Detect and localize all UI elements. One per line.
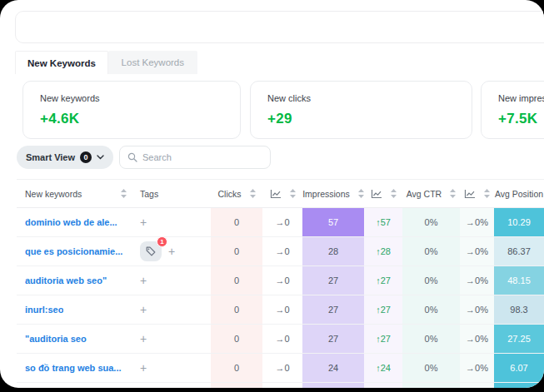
cell-ctr-trend [460,383,494,388]
cell-ctr-trend: →0% [460,208,494,236]
cell-clicks: 0 [211,208,262,236]
cell-ctr-trend: →0% [460,295,494,324]
stat-label: New impressions [498,93,544,103]
cell-impressions: 27 [302,266,364,295]
cell-avg-position: 6.07 [494,354,544,382]
smart-view-count-badge: 0 [80,151,92,163]
stat-value: +29 [267,111,455,127]
cell-clicks-trend: →0 [262,266,302,295]
top-toolbar [15,11,544,43]
sort-icon[interactable] [290,189,296,198]
add-tag-button[interactable]: + [140,333,147,345]
cell-ctr-trend: →0% [460,325,494,353]
dashboard-card: New Keywords Lost Keywords New keywords … [0,0,544,388]
keyword-link[interactable]: dominio web de ale... [25,217,117,227]
search-icon [127,152,137,162]
cell-avg-position: 98.3 [494,295,544,324]
cell-avg-ctr: 0% [402,325,460,353]
table-header-row: New keywords Tags Clicks [17,179,544,208]
sort-icon[interactable] [450,189,456,198]
add-tag-button[interactable]: + [140,304,147,315]
cell-avg-ctr: 0% [402,266,460,295]
cell-clicks: 0 [211,295,262,324]
tab-lost-keywords[interactable]: Lost Keywords [108,51,197,74]
cell-impressions [302,383,364,388]
cell-clicks-trend [262,383,302,388]
cell-clicks: 0 [211,354,262,382]
table-row: so đồ trang web sua... + 0 →0 24 ↑24 0% … [17,354,544,383]
trend-chart-icon[interactable] [371,189,382,199]
cell-clicks: 0 [211,237,262,265]
chevron-down-icon [97,155,104,160]
trend-chart-icon[interactable] [270,189,282,199]
search-input[interactable] [142,152,262,162]
cell-impressions: 28 [302,237,364,265]
cell-ctr-trend: →0% [460,266,494,295]
cell-impressions: 27 [302,295,364,324]
cell-ctr-trend: →0% [460,237,494,265]
smart-view-button[interactable]: Smart View 0 [17,146,113,169]
keyword-link[interactable]: que es posicionamie... [25,246,122,256]
keyword-link[interactable]: so đồ trang web sua... [25,363,122,373]
cell-clicks-trend: →0 [262,237,302,265]
cell-clicks-trend: →0 [262,208,302,236]
cell-impressions-trend: ↑57 [364,208,402,236]
cell-clicks [211,383,262,388]
cell-avg-position: 10.29 [494,208,544,236]
sort-icon[interactable] [484,189,490,198]
cell-avg-ctr: 0% [402,295,460,324]
add-tag-button[interactable]: + [140,362,147,374]
table-row: que es posicionamie... 1 + 0 →0 28 ↑28 0… [17,237,544,266]
trend-chart-icon[interactable] [464,189,476,199]
sort-icon[interactable] [391,189,397,198]
add-tag-button[interactable]: + [140,275,147,286]
cell-clicks-trend: →0 [262,295,302,324]
tab-new-keywords[interactable]: New Keywords [15,51,108,74]
search-box [119,146,271,169]
stat-card-new-clicks: New clicks +29 [250,81,472,139]
cell-avg-position: 86.37 [494,237,544,265]
column-header-avg-position: Avg Position [495,189,543,199]
cell-clicks: 0 [211,266,262,295]
cell-clicks: 0 [211,325,262,353]
cell-avg-ctr: 0% [402,354,460,382]
stat-label: New clicks [267,93,455,103]
cell-avg-ctr: 0% [402,237,460,265]
add-tag-button[interactable]: + [140,216,147,228]
keywords-table: New keywords Tags Clicks [17,179,544,388]
keyword-link[interactable]: inurl:seo [25,305,63,315]
cell-clicks-trend: →0 [262,354,302,382]
stat-value: +7.5K [498,111,544,127]
sort-icon[interactable] [250,189,256,198]
add-tag-button[interactable]: + [168,246,175,257]
cell-avg-ctr: 0% [402,208,460,236]
cell-impressions: 24 [302,354,364,382]
column-header-new-keywords: New keywords [25,189,82,199]
keyword-link[interactable]: auditoria web seo" [25,275,107,285]
cell-impressions-trend: ↑27 [364,325,402,353]
cell-impressions-trend: ↑24 [364,354,402,382]
cell-avg-position: 48.15 [494,266,544,295]
stat-label: New keywords [40,93,223,103]
cell-impressions-trend [364,383,402,388]
sort-icon[interactable] [121,189,127,198]
keyword-link[interactable]: "auditoria seo [25,334,87,344]
smart-view-label: Smart View [26,152,75,162]
tag-count-badge: 1 [157,236,167,247]
table-row: "auditoria seo + 0 →0 27 ↑27 0% →0% 27.2… [17,325,544,354]
tab-bar: New Keywords Lost Keywords [15,51,197,74]
column-header-tags: Tags [140,189,158,199]
column-header-avg-ctr: Avg CTR [407,189,442,199]
table-body: dominio web de ale... + 0 →0 57 ↑57 0% →… [17,208,544,388]
column-header-impressions: Impressions [302,189,350,199]
cell-impressions: 27 [302,325,364,353]
sort-icon[interactable] [358,189,364,198]
table-row: + [17,383,544,388]
stat-card-new-impressions: New impressions +7.5K [481,81,544,139]
cell-impressions-trend: ↑27 [364,266,402,295]
stat-card-new-keywords: New keywords +4.6K [22,81,241,139]
cell-clicks-trend: →0 [262,325,302,353]
stat-value: +4.6K [40,111,223,127]
cell-impressions-trend: ↑28 [364,237,402,265]
tag-button[interactable]: 1 [140,241,162,261]
